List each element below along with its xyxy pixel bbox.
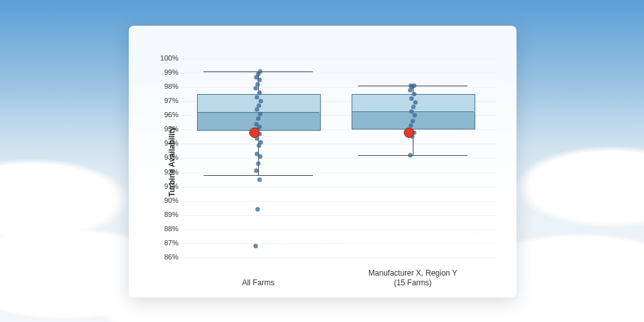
gridline <box>181 215 497 216</box>
category-label: Manufacturer X, Region Y(15 Farms) <box>342 269 484 288</box>
data-point <box>255 95 260 99</box>
data-point <box>408 153 413 158</box>
data-point <box>413 113 417 118</box>
data-point <box>411 105 415 109</box>
gridline <box>181 158 497 158</box>
y-tick-label: 96% <box>156 111 178 118</box>
gridline <box>181 59 497 59</box>
y-tick-label: 93% <box>156 153 178 161</box>
gridline <box>181 258 497 258</box>
data-point <box>257 90 261 95</box>
y-tick-label: 92% <box>156 168 178 176</box>
data-point <box>254 108 259 112</box>
gridline <box>181 87 497 88</box>
y-tick-label: 95% <box>156 125 178 133</box>
data-point <box>413 100 418 105</box>
data-point <box>258 69 263 73</box>
data-point <box>254 169 258 173</box>
gridline <box>181 187 497 187</box>
data-point <box>258 78 262 82</box>
data-point <box>254 122 258 126</box>
y-tick-label: 90% <box>156 196 178 204</box>
data-point <box>258 124 262 129</box>
gridline <box>181 243 497 244</box>
y-tick-label: 100% <box>156 54 178 62</box>
data-point <box>258 155 263 159</box>
y-tick-label: 98% <box>156 82 178 90</box>
data-point <box>259 140 263 145</box>
highlight-point <box>404 128 414 138</box>
data-point <box>256 162 261 166</box>
gridline <box>181 201 497 202</box>
y-tick-label: 87% <box>156 239 178 247</box>
y-tick-label: 88% <box>156 225 178 232</box>
whisker-cap <box>204 175 313 176</box>
data-point <box>256 116 261 120</box>
data-point <box>254 244 258 249</box>
data-point <box>408 83 413 88</box>
data-point <box>258 112 263 117</box>
highlight-point <box>249 128 260 138</box>
y-tick-label: 91% <box>156 182 178 190</box>
y-tick-label: 89% <box>156 211 178 218</box>
data-point <box>258 177 262 182</box>
gridline <box>181 73 497 73</box>
data-point <box>256 103 261 108</box>
gridline <box>181 229 497 230</box>
data-point <box>259 99 263 104</box>
data-point <box>256 207 260 211</box>
whisker-cap <box>358 155 468 156</box>
y-tick-label: 86% <box>156 253 178 261</box>
data-point <box>409 109 413 113</box>
data-point <box>254 86 258 91</box>
chart-card: Turbine Availability 86%87%88%89%90%91%9… <box>129 26 516 298</box>
boxplot-chart: Turbine Availability 86%87%88%89%90%91%9… <box>129 26 516 297</box>
data-point <box>256 82 260 86</box>
data-point <box>411 119 415 124</box>
data-point <box>410 96 414 100</box>
y-tick-label: 94% <box>156 139 178 147</box>
y-tick-label: 99% <box>156 68 178 76</box>
y-tick-label: 97% <box>156 97 178 104</box>
data-point <box>254 151 259 156</box>
data-point <box>412 92 416 97</box>
gridline <box>181 173 497 173</box>
category-label: All Farms <box>187 278 329 288</box>
gridline <box>181 144 497 144</box>
